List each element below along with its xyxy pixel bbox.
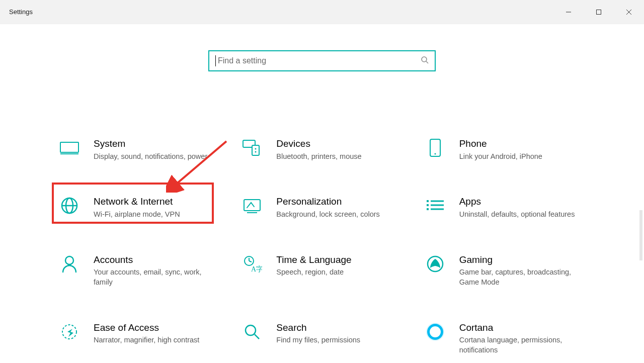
devices-icon [240, 138, 264, 158]
tile-gaming[interactable]: Gaming Game bar, captures, broadcasting,… [421, 251, 589, 291]
tile-subtitle: Bluetooth, printers, mouse [276, 152, 361, 162]
tile-accounts[interactable]: Accounts Your accounts, email, sync, wor… [55, 251, 223, 291]
search-container [208, 50, 436, 71]
search-tile-icon [240, 322, 264, 342]
search-input[interactable] [217, 56, 421, 66]
personalization-icon [240, 196, 264, 216]
svg-rect-17 [244, 200, 260, 211]
tile-title: System [94, 138, 207, 150]
tile-apps[interactable]: Apps Uninstall, defaults, optional featu… [421, 193, 589, 222]
search-box[interactable] [208, 50, 436, 71]
window-controls [553, 0, 644, 24]
svg-marker-32 [67, 329, 73, 337]
maximize-icon [596, 9, 602, 15]
system-icon [57, 138, 82, 158]
tile-title: Network & Internet [94, 196, 180, 208]
tile-subtitle: Wi-Fi, airplane mode, VPN [94, 210, 180, 220]
tile-cortana[interactable]: Cortana Cortana language, permissions, n… [421, 319, 589, 358]
accounts-icon [57, 254, 82, 274]
apps-icon [423, 196, 447, 216]
tile-subtitle: Game bar, captures, broadcasting, Game M… [459, 267, 585, 287]
svg-rect-6 [60, 142, 78, 152]
svg-line-28 [249, 261, 252, 262]
tile-title: Search [276, 322, 360, 334]
gaming-icon [423, 254, 447, 274]
tile-title: Gaming [459, 254, 585, 266]
text-caret [215, 55, 216, 66]
settings-grid: System Display, sound, notifications, po… [55, 135, 589, 358]
tile-title: Cortana [459, 322, 585, 334]
phone-icon [423, 138, 447, 158]
svg-point-33 [246, 325, 256, 335]
svg-point-10 [255, 148, 257, 150]
minimize-button[interactable] [553, 0, 584, 24]
tile-subtitle: Narrator, magnifier, high contrast [94, 335, 199, 345]
tile-system[interactable]: System Display, sound, notifications, po… [55, 135, 223, 164]
svg-rect-20 [427, 204, 429, 206]
tile-network[interactable]: Network & Internet Wi-Fi, airplane mode,… [55, 193, 223, 222]
titlebar: Settings [0, 0, 644, 24]
tile-ease-of-access[interactable]: Ease of Access Narrator, magnifier, high… [55, 319, 223, 358]
tile-title: Ease of Access [94, 322, 199, 334]
svg-line-5 [426, 61, 428, 63]
cortana-icon [423, 322, 447, 342]
svg-rect-19 [427, 200, 429, 202]
time-language-icon: A字 [240, 254, 264, 274]
tile-search[interactable]: Search Find my files, permissions [238, 319, 406, 358]
tile-subtitle: Speech, region, date [276, 267, 351, 278]
tile-subtitle: Link your Android, iPhone [459, 152, 542, 162]
content-area: System Display, sound, notifications, po… [0, 24, 644, 363]
tile-subtitle: Your accounts, email, sync, work, family [94, 267, 219, 287]
tile-title: Devices [276, 138, 361, 150]
svg-point-11 [255, 151, 257, 153]
tile-phone[interactable]: Phone Link your Android, iPhone [421, 135, 589, 164]
tile-title: Time & Language [276, 254, 351, 266]
svg-point-13 [434, 153, 436, 155]
tile-subtitle: Find my files, permissions [276, 335, 360, 345]
svg-rect-9 [252, 145, 259, 155]
tile-title: Personalization [276, 196, 380, 208]
tile-subtitle: Display, sound, notifications, power [94, 152, 207, 162]
svg-point-4 [422, 57, 427, 62]
ease-of-access-icon [57, 322, 82, 342]
tile-title: Phone [459, 138, 542, 150]
svg-rect-21 [427, 208, 429, 210]
svg-line-34 [255, 334, 259, 339]
tile-title: Apps [459, 196, 575, 208]
window-title: Settings [0, 8, 33, 16]
tile-devices[interactable]: Devices Bluetooth, printers, mouse [238, 135, 406, 164]
tile-subtitle: Cortana language, permissions, notificat… [459, 335, 585, 355]
tile-title: Accounts [94, 254, 219, 266]
search-icon [421, 56, 429, 66]
close-button[interactable] [614, 0, 644, 24]
svg-rect-1 [597, 10, 601, 14]
tile-time-language[interactable]: A字 Time & Language Speech, region, date [238, 251, 406, 291]
maximize-button[interactable] [584, 0, 614, 24]
tile-subtitle: Uninstall, defaults, optional features [459, 210, 575, 220]
tile-subtitle: Background, lock screen, colors [276, 210, 380, 220]
svg-point-25 [65, 256, 73, 264]
svg-text:A字: A字 [251, 265, 262, 273]
scrollbar[interactable] [639, 210, 642, 260]
network-icon [57, 196, 82, 216]
minimize-icon [566, 9, 572, 15]
tile-personalization[interactable]: Personalization Background, lock screen,… [238, 193, 406, 222]
close-icon [626, 9, 632, 15]
